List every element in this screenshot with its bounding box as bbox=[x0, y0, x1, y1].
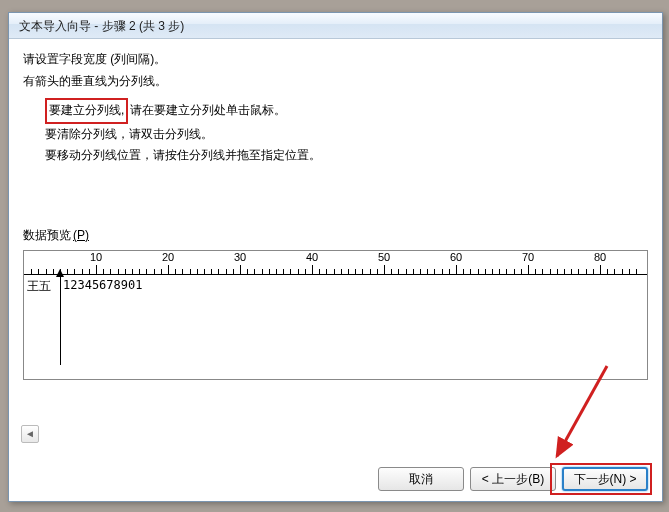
window-titlebar: 文本导入向导 - 步骤 2 (共 3 步) bbox=[9, 13, 662, 39]
ruler-label: 50 bbox=[378, 251, 390, 263]
next-button[interactable]: 下一步(N) > bbox=[562, 467, 648, 491]
cancel-button[interactable]: 取消 bbox=[378, 467, 464, 491]
back-button[interactable]: < 上一步(B) bbox=[470, 467, 556, 491]
preview-label: 数据预览(P) bbox=[23, 227, 648, 244]
instruction-line-1: 请设置字段宽度 (列间隔)。 bbox=[23, 49, 648, 71]
sub-instruction-2: 要清除分列线，请双击分列线。 bbox=[45, 124, 648, 146]
ruler-label: 60 bbox=[450, 251, 462, 263]
data-preview-area[interactable]: 1020304050607080 王五 12345678901 bbox=[23, 250, 648, 380]
ruler-label: 80 bbox=[594, 251, 606, 263]
ruler: 1020304050607080 bbox=[24, 251, 647, 275]
preview-label-text: 数据预览 bbox=[23, 228, 71, 242]
column-break-line[interactable] bbox=[60, 275, 61, 365]
button-row: 取消 < 上一步(B) 下一步(N) > bbox=[378, 467, 648, 491]
sub-instruction-1: 要建立分列线, 请在要建立分列处单击鼠标。 bbox=[45, 98, 648, 124]
ruler-label: 40 bbox=[306, 251, 318, 263]
ruler-tick bbox=[168, 265, 169, 275]
ruler-label: 30 bbox=[234, 251, 246, 263]
ruler-label: 20 bbox=[162, 251, 174, 263]
highlight-create-column: 要建立分列线, bbox=[45, 98, 128, 124]
instruction-line-2: 有箭头的垂直线为分列线。 bbox=[23, 71, 648, 93]
sub-instruction-3: 要移动分列线位置，请按住分列线并拖至指定位置。 bbox=[45, 145, 648, 167]
scroll-left-button[interactable]: ◄ bbox=[21, 425, 39, 443]
instructions-block: 请设置字段宽度 (列间隔)。 有箭头的垂直线为分列线。 要建立分列线, 请在要建… bbox=[23, 49, 648, 167]
ruler-tick bbox=[312, 265, 313, 275]
ruler-tick bbox=[600, 265, 601, 275]
dialog-content: 请设置字段宽度 (列间隔)。 有箭头的垂直线为分列线。 要建立分列线, 请在要建… bbox=[9, 39, 662, 457]
ruler-label: 10 bbox=[90, 251, 102, 263]
preview-label-key: (P) bbox=[73, 228, 89, 242]
wizard-dialog: 文本导入向导 - 步骤 2 (共 3 步) 请设置字段宽度 (列间隔)。 有箭头… bbox=[8, 12, 663, 502]
window-title: 文本导入向导 - 步骤 2 (共 3 步) bbox=[19, 19, 184, 33]
ruler-tick bbox=[240, 265, 241, 275]
column-break-arrow-icon bbox=[56, 269, 64, 277]
sub-instructions: 要建立分列线, 请在要建立分列处单击鼠标。 要清除分列线，请双击分列线。 要移动… bbox=[45, 98, 648, 167]
data-cell-1: 王五 bbox=[27, 278, 51, 295]
ruler-tick bbox=[456, 265, 457, 275]
ruler-tick bbox=[528, 265, 529, 275]
ruler-tick bbox=[384, 265, 385, 275]
sub-instruction-1-rest: 请在要建立分列处单击鼠标。 bbox=[130, 103, 286, 117]
ruler-label: 70 bbox=[522, 251, 534, 263]
ruler-tick bbox=[96, 265, 97, 275]
data-row[interactable]: 王五 12345678901 bbox=[24, 275, 647, 365]
data-cell-2: 12345678901 bbox=[63, 278, 142, 292]
